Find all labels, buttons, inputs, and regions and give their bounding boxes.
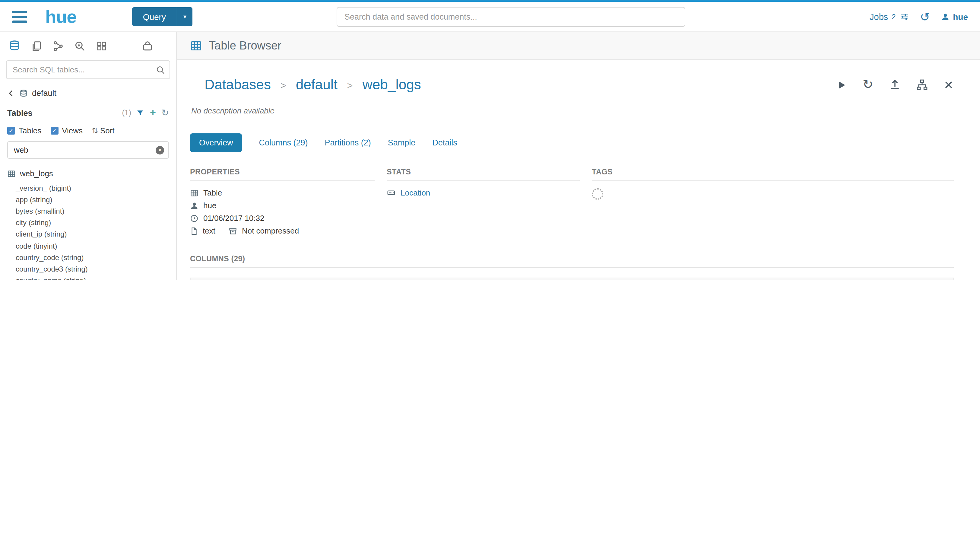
clear-filter-icon[interactable]: × [156, 146, 164, 154]
tab-details[interactable]: Details [432, 133, 457, 152]
tags-section: TAGS [592, 168, 953, 239]
storage-bag-icon[interactable] [142, 40, 153, 52]
user-icon [941, 12, 949, 21]
properties-title: PROPERTIES [190, 168, 374, 181]
lineage-sitemap-icon[interactable] [916, 79, 927, 90]
main-panel: Table Browser Databases>default>web_logs… [177, 32, 980, 280]
sort-toggle[interactable]: ⇅ Sort [92, 126, 115, 135]
location-link[interactable]: Location [401, 188, 430, 197]
tables-section-label: Tables [7, 108, 33, 117]
stats-section: STATS Location [387, 168, 580, 239]
close-icon[interactable] [943, 80, 953, 90]
file-format-icon [190, 227, 198, 235]
tree-column-item[interactable]: city (string) [7, 217, 176, 228]
tree-column-item[interactable]: code (tinyint) [7, 240, 176, 252]
breadcrumb-item-web_logs[interactable]: web_logs [362, 77, 421, 93]
table-filter-input[interactable] [7, 141, 169, 159]
columns-header-type: Type [389, 278, 520, 280]
tab-sample[interactable]: Sample [388, 133, 416, 152]
documents-assist-icon[interactable] [31, 40, 42, 52]
loading-spinner [592, 188, 603, 200]
table-breadcrumb: Databases>default>web_logs [205, 77, 421, 93]
global-search [337, 7, 685, 27]
file-format: text [203, 226, 215, 235]
app: hue Query ▾ Jobs 2 ↺ [0, 0, 980, 280]
tables-count: (1) [122, 108, 131, 117]
table-actions: ↻ [836, 78, 953, 91]
hamburger-menu-icon[interactable] [12, 10, 27, 23]
views-checkbox[interactable]: ✓ [50, 127, 58, 135]
column-tree-list: _version_ (bigint)app (string)bytes (sma… [7, 182, 176, 280]
compression-value: Not compressed [242, 226, 299, 235]
table-description: No description available [191, 106, 953, 115]
views-checkbox-label[interactable]: Views [62, 126, 83, 135]
tree-column-item[interactable]: client_ip (string) [7, 229, 176, 240]
add-table-icon[interactable]: + [150, 107, 156, 119]
left-assist-panel: default Tables (1) + ↻ ✓ Tables ✓ Views [0, 32, 177, 280]
owner-name: hue [203, 201, 216, 210]
stats-title: STATS [387, 168, 580, 181]
table-icon [7, 169, 16, 178]
user-menu[interactable]: hue [941, 12, 968, 22]
tree-column-item[interactable]: _version_ (bigint) [7, 182, 176, 194]
table-type-icon [190, 188, 198, 197]
tabs: OverviewColumns (29)Partitions (2)Sample… [190, 133, 953, 152]
query-caret-down-icon[interactable]: ▾ [177, 7, 193, 26]
topbar: hue Query ▾ Jobs 2 ↺ [0, 2, 980, 32]
refresh-table-icon[interactable]: ↻ [863, 78, 873, 91]
columns-header-name: Name [237, 278, 389, 280]
columns-table-header-row: Name Type Comment [190, 278, 953, 280]
zoom-plus-assist-icon[interactable] [74, 40, 86, 52]
properties-section: PROPERTIES Table [190, 168, 374, 239]
user-name: hue [953, 12, 968, 22]
sql-tables-search-icon[interactable] [156, 64, 165, 75]
table-tree: web_logs _version_ (bigint)app (string)b… [7, 169, 176, 280]
upload-icon[interactable] [889, 79, 900, 90]
tree-column-item[interactable]: country_code (string) [7, 252, 176, 263]
tab-overview[interactable]: Overview [190, 133, 242, 152]
database-icon [19, 89, 28, 97]
location-drive-icon [387, 188, 396, 197]
breadcrumb-separator: > [347, 79, 353, 91]
columns-table: Name Type Comment 1i_version_bigintAdd a… [190, 278, 953, 280]
tab-columns-29[interactable]: Columns (29) [259, 133, 308, 152]
current-database-label[interactable]: default [32, 89, 57, 98]
query-play-icon[interactable] [836, 79, 847, 90]
sliders-icon [900, 12, 909, 22]
tree-table-name: web_logs [20, 169, 53, 178]
tree-column-item[interactable]: country_code3 (string) [7, 263, 176, 275]
jobs-button[interactable]: Jobs 2 [870, 12, 909, 22]
page-title: Table Browser [209, 39, 281, 52]
columns-section: COLUMNS (29) Name Type Comment [190, 255, 953, 280]
apps-grid-assist-icon[interactable] [96, 40, 107, 51]
hue-logo[interactable]: hue [45, 6, 77, 27]
refresh-tables-icon[interactable]: ↻ [161, 108, 169, 117]
jobs-label: Jobs [870, 12, 888, 22]
tree-column-item[interactable]: bytes (smallint) [7, 205, 176, 217]
tab-partitions-2[interactable]: Partitions (2) [325, 133, 371, 152]
tables-assist-icon[interactable] [8, 40, 20, 52]
query-button-label[interactable]: Query [132, 7, 177, 26]
tables-checkbox-label[interactable]: Tables [19, 126, 41, 135]
tables-checkbox[interactable]: ✓ [7, 127, 15, 135]
owner-icon [190, 201, 198, 210]
created-date: 01/06/2017 10:32 [203, 213, 264, 223]
breadcrumb-item-default[interactable]: default [296, 77, 338, 93]
browser-header: Table Browser [177, 32, 980, 60]
created-clock-icon [190, 214, 198, 222]
filter-funnel-icon[interactable] [136, 108, 145, 117]
query-button[interactable]: Query ▾ [132, 7, 193, 26]
breadcrumb-separator: > [281, 79, 286, 91]
history-icon[interactable]: ↺ [920, 10, 930, 23]
breadcrumb-item-Databases[interactable]: Databases [205, 77, 271, 93]
tree-column-item[interactable]: country_name (string) [7, 275, 176, 280]
tree-table-item[interactable]: web_logs [7, 169, 176, 178]
jobs-count-badge: 2 [892, 12, 895, 21]
table-browser-icon [190, 40, 202, 52]
columns-section-title: COLUMNS (29) [190, 255, 953, 268]
back-chevron-icon[interactable] [7, 89, 15, 97]
global-search-input[interactable] [337, 7, 685, 27]
sql-tables-search-input[interactable] [6, 60, 170, 79]
tree-column-item[interactable]: app (string) [7, 194, 176, 205]
share-assist-icon[interactable] [53, 40, 64, 52]
